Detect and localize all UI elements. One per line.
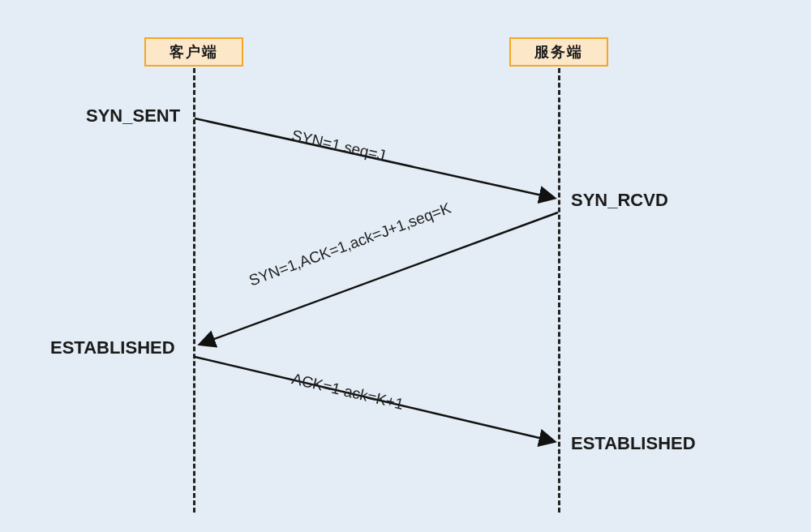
participant-client-label: 客户端 bbox=[169, 42, 218, 62]
message-m1: SYN=1 seq=J bbox=[290, 127, 387, 165]
participant-server-label: 服务端 bbox=[534, 42, 583, 62]
participant-server: 服务端 bbox=[509, 37, 608, 66]
state-syn-sent: SYN_SENT bbox=[86, 105, 180, 127]
lifeline-server bbox=[558, 68, 560, 513]
state-established-server: ESTABLISHED bbox=[571, 433, 696, 454]
state-established-client: ESTABLISHED bbox=[50, 337, 175, 358]
message-m2: SYN=1,ACK=1,ack=J+1,seq=K bbox=[247, 200, 453, 290]
lifeline-client bbox=[193, 68, 195, 513]
state-syn-rcvd: SYN_RCVD bbox=[571, 190, 668, 211]
sequence-diagram: 客户端 服务端 SYN_SENT SYN_RCVD ESTABLISHED ES… bbox=[0, 0, 811, 532]
participant-client: 客户端 bbox=[144, 37, 243, 66]
message-m3: ACK=1 ack=K+1 bbox=[290, 370, 405, 414]
